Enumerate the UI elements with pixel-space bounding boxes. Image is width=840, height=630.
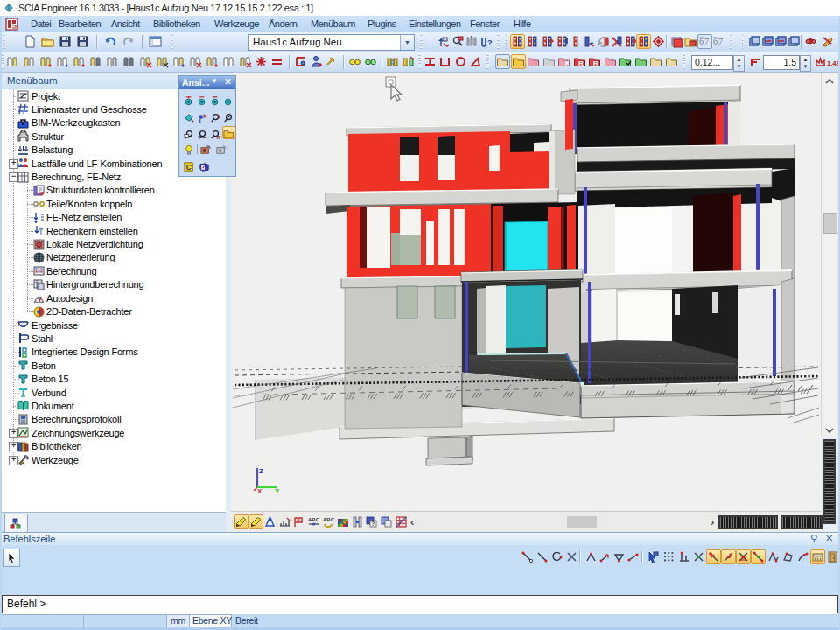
- svg-text:7: 7: [704, 37, 709, 46]
- svg-text:ABC: ABC: [323, 517, 335, 522]
- svg-text:R: R: [578, 60, 584, 67]
- svg-text:6: 6: [713, 37, 718, 46]
- svg-text:?: ?: [371, 521, 374, 527]
- svg-text:C: C: [186, 163, 192, 172]
- svg-text:?: ?: [487, 38, 493, 47]
- svg-text:R: R: [216, 135, 220, 140]
- svg-text:X: X: [257, 487, 262, 495]
- svg-text:6: 6: [699, 37, 704, 46]
- svg-text:ABC: ABC: [308, 517, 320, 522]
- svg-text:7: 7: [718, 37, 723, 46]
- svg-text:R: R: [593, 60, 598, 67]
- svg-text:Z: Z: [259, 467, 263, 475]
- svg-text:Y: Y: [275, 487, 280, 495]
